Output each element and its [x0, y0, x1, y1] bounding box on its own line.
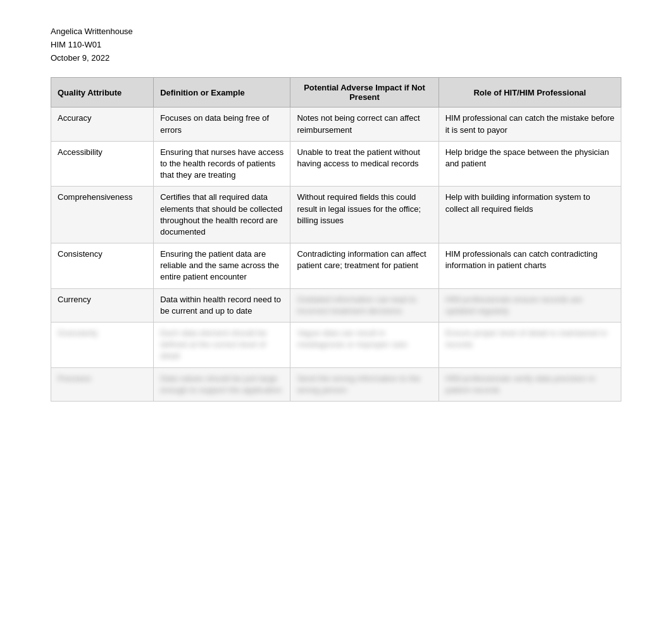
date: October 9, 2022: [51, 52, 621, 65]
adverse-cell: Outdated information can lead to incorre…: [290, 288, 439, 322]
quality-cell: Consistency: [51, 243, 154, 289]
col-header-definition: Definition or Example: [154, 78, 290, 108]
course-code: HIM 110-W01: [51, 39, 621, 52]
adverse-cell: Notes not being correct can affect reimb…: [290, 108, 439, 141]
adverse-cell: Without required fields this could resul…: [290, 187, 439, 243]
col-header-adverse: Potential Adverse Impact if Not Present: [290, 78, 439, 108]
col-header-role: Role of HIT/HIM Professional: [439, 78, 621, 108]
role-cell: HIM professionals verify data precision …: [439, 367, 621, 401]
adverse-cell: Vague data can result in misdiagnosis or…: [290, 323, 439, 368]
adverse-cell: Contradicting information can affect pat…: [290, 243, 439, 289]
definition-cell: Ensuring that nurses have access to the …: [154, 141, 290, 187]
role-cell: HIM professionals can catch contradictin…: [439, 243, 621, 289]
table-header-row: Quality Attribute Definition or Example …: [51, 78, 621, 108]
definition-cell: Focuses on data being free of errors: [154, 108, 290, 141]
definition-cell: Data values should be just large enough …: [154, 367, 290, 401]
table-row: Precision Data values should be just lar…: [51, 367, 621, 401]
table-row: Comprehensiveness Certifies that all req…: [51, 187, 621, 243]
quality-cell: Currency: [51, 288, 154, 322]
role-cell: Help with building information system to…: [439, 187, 621, 243]
definition-cell: Ensuring the patient data are reliable a…: [154, 243, 290, 289]
table-row: Currency Data within health record need …: [51, 288, 621, 322]
definition-cell: Data within health record need to be cur…: [154, 288, 290, 322]
role-cell: HIM professional can catch the mistake b…: [439, 108, 621, 141]
table-row: Accessibility Ensuring that nurses have …: [51, 141, 621, 187]
quality-cell: Comprehensiveness: [51, 187, 154, 243]
adverse-cell: Send the wrong information to the wrong …: [290, 367, 439, 401]
adverse-cell: Unable to treat the patient without havi…: [290, 141, 439, 187]
quality-cell: Accuracy: [51, 108, 154, 141]
quality-cell: Precision: [51, 367, 154, 401]
definition-cell: Each data element should be defined at t…: [154, 323, 290, 368]
author-name: Angelica Writtenhouse: [51, 25, 621, 39]
table-row: Accuracy Focuses on data being free of e…: [51, 108, 621, 141]
role-cell: HIM professionals ensure records are upd…: [439, 288, 621, 322]
table-row: Consistency Ensuring the patient data ar…: [51, 243, 621, 289]
role-cell: Ensure proper level of detail is maintai…: [439, 323, 621, 368]
table-row: Granularity Each data element should be …: [51, 323, 621, 368]
definition-cell: Certifies that all required data element…: [154, 187, 290, 243]
header-info: Angelica Writtenhouse HIM 110-W01 Octobe…: [51, 25, 621, 65]
col-header-quality: Quality Attribute: [51, 78, 154, 108]
role-cell: Help bridge the space between the physic…: [439, 141, 621, 187]
quality-table: Quality Attribute Definition or Example …: [51, 77, 621, 402]
page-container: Angelica Writtenhouse HIM 110-W01 Octobe…: [0, 0, 672, 427]
quality-cell: Granularity: [51, 323, 154, 368]
quality-cell: Accessibility: [51, 141, 154, 187]
